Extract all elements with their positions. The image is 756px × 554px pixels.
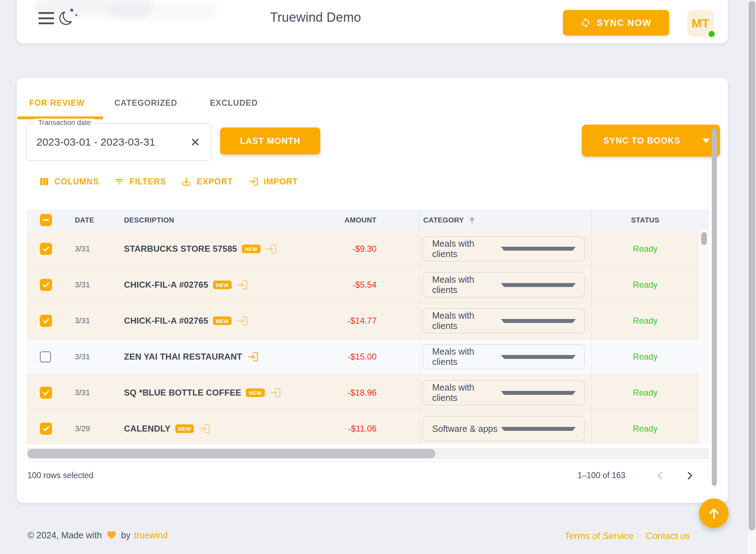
toolbar-export-button[interactable]: EXPORT — [181, 176, 233, 187]
new-badge: NEW — [175, 424, 194, 433]
category-select[interactable]: Meals with clients — [423, 380, 585, 405]
selected-count: 100 rows selected — [27, 471, 93, 480]
row-date: 3/31 — [59, 375, 114, 411]
close-icon — [190, 137, 201, 147]
category-select[interactable]: Software & apps — [423, 416, 585, 441]
table-row: 3/31 SQ *BLUE BOTTLE COFFEE NEW -$18.96 … — [27, 375, 699, 411]
import-icon[interactable] — [269, 387, 281, 399]
row-status: Ready — [591, 303, 699, 339]
category-select[interactable]: Meals with clients — [423, 236, 585, 261]
tab-excluded[interactable]: EXCLUDED — [210, 98, 258, 108]
transaction-date-field[interactable]: Transaction date 2023-03-01 - 2023-03-31 — [26, 123, 211, 161]
import-icon[interactable] — [236, 279, 248, 291]
sync-to-books-button[interactable]: SYNC TO BOOKS — [582, 125, 720, 157]
table-row: 3/31 CHICK-FIL-A #02765 NEW -$5.54 Meals… — [27, 267, 699, 303]
row-checkbox[interactable] — [40, 387, 52, 399]
sync-now-button[interactable]: SYNC NOW — [563, 10, 669, 36]
row-checkbox[interactable] — [40, 423, 52, 435]
scroll-to-top-button[interactable] — [699, 498, 729, 528]
page-scrollbar-thumb[interactable] — [749, 1, 755, 531]
category-select[interactable]: Meals with clients — [423, 272, 585, 297]
dark-mode-toggle[interactable]: ★ ★ — [57, 7, 77, 27]
row-amount: -$15.00 — [335, 339, 419, 375]
hamburger-menu-button[interactable] — [38, 12, 54, 24]
category-select[interactable]: Meals with clients — [423, 308, 585, 333]
row-status: Ready — [591, 231, 699, 267]
toolbar-import-button[interactable]: IMPORT — [248, 176, 298, 187]
select-caret-icon — [501, 247, 576, 251]
column-header-category[interactable]: CATEGORY — [419, 209, 591, 231]
table-row: 3/31 ZEN YAI THAI RESTAURANT -$15.00 Mea… — [27, 339, 699, 375]
column-header-date[interactable]: DATE — [59, 209, 114, 231]
table-row: 3/29 CALENDLY NEW -$11.06 Software & app… — [27, 411, 699, 444]
row-date: 3/29 — [59, 411, 114, 444]
import-icon[interactable] — [236, 315, 248, 327]
page-scrollbar[interactable] — [747, 0, 756, 554]
panel-scrollbar-thumb[interactable] — [712, 128, 717, 486]
heart-icon — [106, 530, 117, 540]
column-header-status[interactable]: STATUS — [591, 209, 699, 231]
clear-date-button[interactable] — [188, 135, 202, 149]
toolbar-columns-button[interactable]: COLUMNS — [39, 176, 99, 187]
row-amount: -$5.54 — [335, 267, 419, 303]
row-amount: -$14.77 — [335, 303, 419, 339]
last-month-button[interactable]: LAST MONTH — [220, 127, 320, 155]
table-vertical-scrollbar-thumb[interactable] — [701, 232, 707, 245]
sync-icon — [580, 17, 591, 28]
user-avatar[interactable]: MT — [687, 10, 714, 37]
new-badge: NEW — [213, 317, 232, 325]
tab-for-review[interactable]: FOR REVIEW — [29, 98, 85, 108]
row-checkbox[interactable] — [40, 279, 52, 291]
app-title: Truewind Demo — [270, 10, 361, 25]
chevron-right-icon — [684, 470, 695, 481]
row-description: ZEN YAI THAI RESTAURANT — [124, 352, 242, 362]
new-badge: NEW — [246, 388, 265, 397]
table-row: 3/31 STARBUCKS STORE 57585 NEW -$9.30 Me… — [27, 231, 699, 267]
table-vertical-scrollbar[interactable] — [699, 231, 709, 444]
select-all-checkbox[interactable] — [40, 214, 52, 226]
tab-categorized[interactable]: CATEGORIZED — [114, 98, 177, 108]
import-icon[interactable] — [247, 351, 259, 363]
column-header-description[interactable]: DESCRIPTION — [114, 209, 335, 231]
import-icon[interactable] — [265, 243, 277, 255]
contact-link[interactable]: Contact us — [646, 531, 690, 542]
row-description: SQ *BLUE BOTTLE COFFEE — [124, 388, 241, 398]
row-date: 3/31 — [59, 303, 114, 339]
select-caret-icon — [501, 391, 576, 395]
table-horizontal-scrollbar-thumb[interactable] — [27, 449, 435, 458]
row-date: 3/31 — [59, 339, 114, 375]
table-rows: 3/31 STARBUCKS STORE 57585 NEW -$9.30 Me… — [27, 231, 709, 444]
category-select[interactable]: Meals with clients — [423, 344, 585, 369]
table-horizontal-scrollbar[interactable] — [27, 448, 709, 459]
select-caret-icon — [501, 319, 576, 323]
import-icon[interactable] — [198, 423, 211, 435]
chevron-down-icon — [702, 138, 710, 143]
transaction-date-value: 2023-03-01 - 2023-03-31 — [36, 124, 155, 161]
terms-link[interactable]: Terms of Service — [565, 531, 634, 542]
checkmark-icon — [42, 424, 50, 433]
header-card: ★ ★ Truewind Demo SYNC NOW MT — [17, 0, 728, 43]
prev-page-button[interactable] — [652, 467, 669, 484]
row-amount: -$11.06 — [335, 411, 419, 444]
next-page-button[interactable] — [681, 467, 698, 484]
indeterminate-mark — [43, 219, 49, 221]
column-header-amount[interactable]: AMOUNT — [335, 209, 419, 231]
copyright-text: © 2024, Made with by truewind — [27, 530, 168, 540]
chevron-left-icon — [655, 470, 666, 481]
table-row: 3/31 CHICK-FIL-A #02765 NEW -$14.77 Meal… — [27, 303, 699, 339]
row-date: 3/31 — [59, 231, 114, 267]
brand-link[interactable]: truewind — [134, 530, 168, 540]
row-checkbox[interactable] — [40, 351, 51, 362]
toolbar-filters-button[interactable]: FILTERS — [114, 176, 166, 187]
row-description: CHICK-FIL-A #02765 — [124, 280, 208, 290]
row-checkbox[interactable] — [40, 243, 52, 255]
row-status: Ready — [591, 267, 699, 303]
new-badge: NEW — [213, 281, 232, 289]
row-status: Ready — [591, 339, 699, 375]
arrow-up-icon — [707, 506, 721, 521]
row-checkbox[interactable] — [40, 315, 52, 327]
checkmark-icon — [42, 245, 50, 253]
columns-icon — [39, 176, 50, 187]
sort-ascending-icon — [467, 215, 477, 225]
divider — [27, 461, 709, 462]
